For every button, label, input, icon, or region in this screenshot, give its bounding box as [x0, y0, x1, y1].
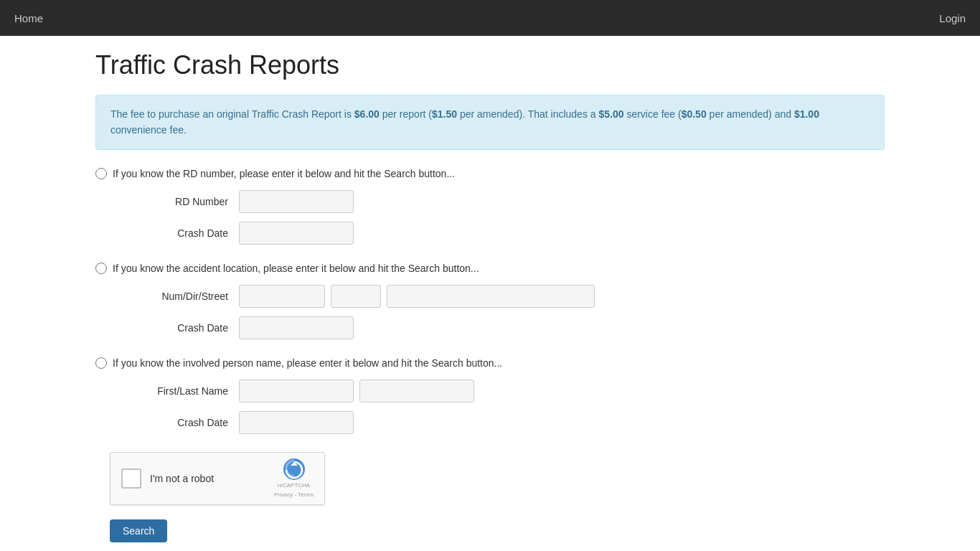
form-group-street: Num/Dir/Street — [110, 285, 885, 308]
radio-label-location[interactable]: If you know the accident location, pleas… — [95, 263, 885, 274]
info-box: The fee to purchase an original Traffic … — [95, 95, 885, 150]
section-person: If you know the involved person name, pl… — [95, 357, 885, 434]
info-text: The fee to purchase an original Traffic … — [110, 108, 819, 136]
recaptcha-checkbox[interactable] — [121, 468, 141, 489]
price-service: $5.00 — [598, 108, 623, 120]
search-button[interactable]: Search — [110, 519, 167, 542]
form-group-name: First/Last Name — [110, 380, 885, 402]
input-dir[interactable] — [331, 285, 381, 308]
label-crash-date-1: Crash Date — [110, 227, 239, 239]
radio-rd[interactable] — [95, 168, 107, 179]
form-group-crash-date-1: Crash Date — [110, 222, 885, 245]
price-original: $6.00 — [354, 108, 380, 120]
main-content: Traffic Crash Reports The fee to purchas… — [81, 36, 899, 551]
radio-label-person[interactable]: If you know the involved person name, pl… — [95, 357, 885, 369]
recaptcha-icon — [283, 458, 306, 481]
label-first-last-name: First/Last Name — [110, 385, 239, 397]
radio-label-rd[interactable]: If you know the RD number, please enter … — [95, 168, 885, 179]
page-title: Traffic Crash Reports — [95, 50, 885, 80]
form-group-crash-date-3: Crash Date — [110, 411, 885, 434]
input-last-name[interactable] — [359, 380, 474, 402]
home-link[interactable]: Home — [14, 12, 43, 24]
input-num[interactable] — [239, 285, 325, 308]
form-group-crash-date-2: Crash Date — [110, 316, 885, 339]
radio-person-text: If you know the involved person name, pl… — [113, 357, 502, 369]
recaptcha-logo: reCAPTCHA Privacy - Terms — [274, 458, 314, 499]
input-crash-date-1[interactable] — [239, 222, 354, 245]
form-group-rd-number: RD Number — [110, 190, 885, 213]
radio-location[interactable] — [95, 263, 107, 274]
input-rd-number[interactable] — [239, 190, 354, 213]
login-link[interactable]: Login — [939, 12, 966, 24]
price-amended: $1.50 — [432, 108, 457, 120]
input-street[interactable] — [387, 285, 595, 308]
recaptcha-widget[interactable]: I'm not a robot reCAPTCHA Privacy - Term… — [110, 452, 325, 505]
label-crash-date-3: Crash Date — [110, 417, 239, 428]
recaptcha-brand: reCAPTCHA — [278, 482, 310, 489]
recaptcha-label: I'm not a robot — [150, 473, 265, 484]
label-crash-date-2: Crash Date — [110, 322, 239, 334]
price-service-amended: $0.50 — [682, 108, 707, 120]
name-inputs — [239, 380, 474, 402]
radio-location-text: If you know the accident location, pleas… — [113, 263, 479, 274]
radio-person[interactable] — [95, 357, 107, 369]
input-first-name[interactable] — [239, 380, 354, 402]
section-location: If you know the accident location, pleas… — [95, 263, 885, 339]
street-inputs — [239, 285, 595, 308]
radio-rd-text: If you know the RD number, please enter … — [113, 168, 455, 179]
label-num-dir-street: Num/Dir/Street — [110, 291, 239, 302]
label-rd-number: RD Number — [110, 196, 239, 207]
input-crash-date-3[interactable] — [239, 411, 354, 434]
price-convenience: $1.00 — [794, 108, 819, 120]
recaptcha-subtext: Privacy - Terms — [274, 491, 314, 499]
section-rd-number: If you know the RD number, please enter … — [95, 168, 885, 245]
navbar: Home Login — [0, 0, 980, 36]
input-crash-date-2[interactable] — [239, 316, 354, 339]
